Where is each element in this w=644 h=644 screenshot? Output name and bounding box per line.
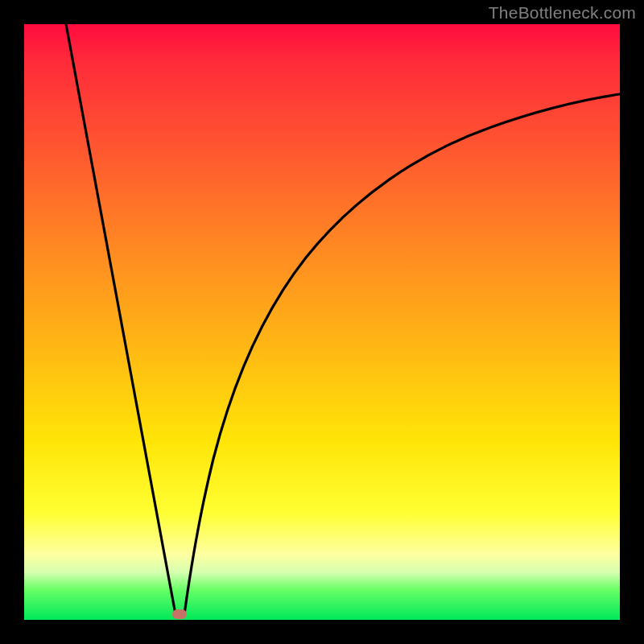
curve-right-branch [184, 94, 620, 614]
minimum-marker [172, 609, 187, 619]
curve-left-branch [66, 24, 175, 614]
plot-area [24, 24, 620, 620]
watermark-text: TheBottleneck.com [489, 3, 636, 23]
bottleneck-curve [24, 24, 620, 620]
chart-frame: TheBottleneck.com [0, 0, 644, 644]
